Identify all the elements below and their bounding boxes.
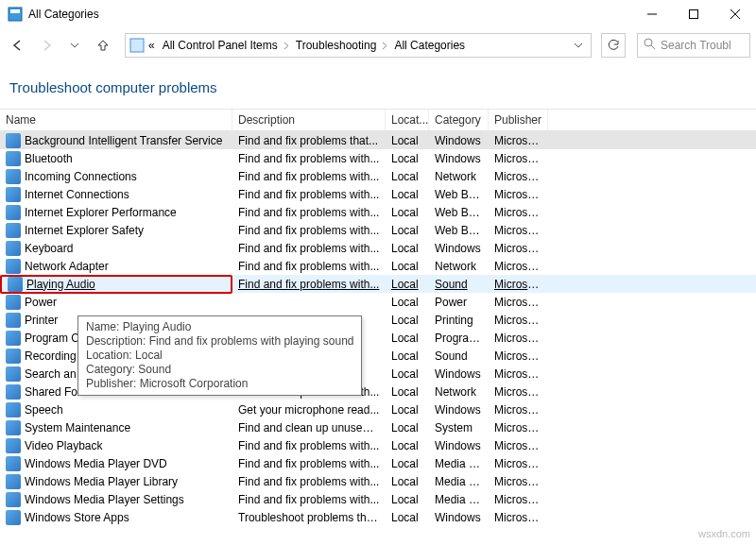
cell-location: Local (386, 493, 429, 506)
forward-button[interactable] (34, 33, 59, 58)
row-name-label: Windows Store Apps (25, 511, 129, 524)
column-header-location[interactable]: Locat... (386, 110, 429, 130)
troubleshooter-icon (6, 456, 21, 471)
table-row[interactable]: System MaintenanceFind and clean up unus… (0, 418, 756, 436)
maximize-button[interactable] (673, 0, 714, 28)
row-name-label: Speech (25, 403, 63, 417)
svg-point-7 (644, 39, 652, 46)
cell-description: Find and fix problems with... (232, 206, 386, 219)
table-row[interactable]: Internet Explorer SafetyFind and fix pro… (0, 221, 756, 239)
row-name-label: Background Intelligent Transfer Service (25, 134, 222, 147)
cell-name: Internet Connections (0, 187, 232, 202)
row-name-label: Windows Media Player DVD (25, 457, 167, 470)
column-header-publisher[interactable]: Publisher (489, 110, 548, 130)
cell-location: Local (386, 242, 429, 255)
cell-publisher: Microso... (489, 439, 548, 452)
table-row[interactable]: Windows Media Player SettingsFind and fi… (0, 490, 756, 508)
cell-publisher: Microso... (489, 332, 548, 345)
table-row[interactable]: Video PlaybackFind and fix problems with… (0, 436, 756, 454)
cell-location: Local (386, 188, 429, 201)
troubleshooter-icon (6, 259, 21, 274)
cell-location: Local (386, 367, 429, 381)
cell-category: Printing (429, 314, 489, 327)
cell-description: Find and fix problems with... (232, 493, 386, 506)
search-input[interactable]: Search Troubl (637, 33, 750, 58)
column-header-description[interactable]: Description (232, 110, 386, 130)
cell-location: Local (386, 457, 429, 470)
cell-description: Find and fix problems with... (232, 242, 386, 255)
address-bar[interactable]: « All Control Panel Items Troubleshootin… (125, 33, 592, 58)
chevron-right-icon[interactable] (382, 42, 388, 50)
cell-name: Keyboard (0, 241, 232, 256)
troubleshooter-icon (6, 331, 21, 346)
tooltip-line: Category: Sound (86, 363, 353, 377)
recent-dropdown[interactable] (62, 33, 87, 58)
app-icon (8, 7, 23, 22)
row-name-label: Network Adapter (25, 260, 109, 273)
back-button[interactable] (6, 33, 30, 58)
cell-name: Background Intelligent Transfer Service (0, 133, 232, 148)
cell-description: Find and fix problems with... (232, 475, 386, 488)
breadcrumb-item[interactable]: All Categories (390, 37, 469, 54)
breadcrumb-ellipsis[interactable]: « (145, 37, 159, 54)
location-icon (129, 38, 145, 53)
cell-name: Power (0, 295, 232, 310)
close-button[interactable] (714, 0, 756, 28)
up-button[interactable] (91, 33, 115, 58)
cell-location: Local (386, 403, 429, 417)
table-row[interactable]: SpeechGet your microphone read...LocalWi… (0, 400, 756, 418)
table-header: Name Description Locat... Category Publi… (0, 109, 756, 131)
table-row[interactable]: Playing AudioFind and fix problems with.… (0, 275, 756, 293)
troubleshooter-icon (6, 241, 21, 256)
tooltip-line: Publisher: Microsoft Corporation (86, 377, 353, 391)
table-row[interactable]: Background Intelligent Transfer ServiceF… (0, 131, 756, 149)
cell-category: Sound (429, 349, 489, 363)
breadcrumb-item[interactable]: All Control Panel Items (159, 37, 282, 54)
cell-category: Web Bro... (429, 188, 489, 201)
minimize-button[interactable] (631, 0, 673, 28)
cell-location: Local (386, 349, 429, 363)
column-header-category[interactable]: Category (429, 110, 489, 130)
table-row[interactable]: BluetoothFind and fix problems with...Lo… (0, 149, 756, 167)
column-header-name[interactable]: Name (0, 110, 232, 130)
cell-publisher: Microso... (489, 242, 548, 255)
cell-name: Playing Audio (0, 275, 232, 294)
row-name-label: Printer (25, 314, 58, 327)
troubleshooter-icon (6, 205, 21, 220)
table-row[interactable]: Windows Media Player DVDFind and fix pro… (0, 454, 756, 472)
cell-publisher: Microso... (489, 349, 548, 363)
svg-line-8 (651, 45, 655, 49)
troubleshooter-icon (6, 133, 21, 148)
cell-publisher: Microso... (489, 260, 548, 273)
tooltip-line: Description: Find and fix problems with … (86, 334, 353, 349)
cell-description: Find and clean up unused f... (232, 421, 386, 434)
cell-publisher: Microso... (489, 170, 548, 183)
cell-category: Windows (429, 439, 489, 452)
refresh-button[interactable] (601, 33, 626, 58)
table-row[interactable]: Windows Media Player LibraryFind and fix… (0, 472, 756, 490)
table-row[interactable]: Incoming ConnectionsFind and fix problem… (0, 167, 756, 185)
watermark: wsxdn.com (698, 528, 750, 539)
troubleshooter-icon (6, 223, 21, 238)
table-row[interactable]: Internet ConnectionsFind and fix problem… (0, 185, 756, 203)
cell-publisher: Microso... (489, 278, 548, 291)
table-row[interactable]: PowerLocalPowerMicroso... (0, 293, 756, 311)
cell-location: Local (386, 332, 429, 345)
cell-publisher: Microso... (489, 511, 548, 524)
troubleshooter-icon (6, 366, 21, 382)
breadcrumb-item[interactable]: Troubleshooting (292, 37, 381, 54)
cell-publisher: Microso... (489, 367, 548, 381)
table-row[interactable]: Windows Store AppsTroubleshoot problems … (0, 508, 756, 526)
cell-category: Web Bro... (429, 224, 489, 237)
table-row[interactable]: Internet Explorer PerformanceFind and fi… (0, 203, 756, 221)
table-row[interactable]: Network AdapterFind and fix problems wit… (0, 257, 756, 275)
cell-name: Speech (0, 402, 232, 417)
address-dropdown[interactable] (570, 41, 587, 50)
chevron-right-icon[interactable] (284, 42, 290, 50)
row-name-label: Windows Media Player Settings (25, 493, 184, 506)
table-row[interactable]: KeyboardFind and fix problems with...Loc… (0, 239, 756, 257)
troubleshooter-icon (6, 295, 21, 310)
cell-name: Windows Media Player Library (0, 474, 232, 489)
troubleshooter-icon (6, 438, 21, 453)
cell-location: Local (386, 134, 429, 147)
